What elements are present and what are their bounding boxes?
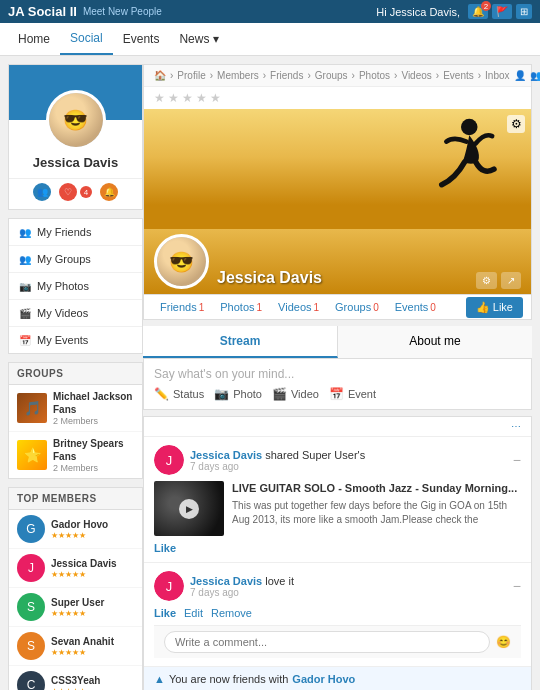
sidebar-menu: 👥 My Friends 👥 My Groups 📷 My Photos 🎬 M… [8,218,143,354]
grid-icon[interactable]: ⊞ [516,4,532,19]
post-edit-btn-2[interactable]: Edit [184,607,203,619]
profile-nav-friends[interactable]: Friends 1 [152,295,212,319]
post-love: J Jessica Davis love it 7 days ago − Lik… [144,563,531,667]
post-media-1: ▶ LIVE GUITAR SOLO - Smooth Jazz - Sunda… [154,481,521,536]
breadcrumb-events[interactable]: Events [443,70,474,81]
post-collapse-1[interactable]: − [513,452,521,468]
post-like-btn-2[interactable]: Like [154,607,176,619]
status-action-video[interactable]: 🎬 Video [272,387,319,401]
nav-news[interactable]: News ▾ [169,24,228,54]
status-action-event[interactable]: 📅 Event [329,387,376,401]
member-jessica: J Jessica Davis ★★★★★ [9,549,142,588]
post-title-1: LIVE GUITAR SOLO - Smooth Jazz - Sunday … [232,481,521,496]
header-add-icon[interactable]: 👥 [530,70,540,81]
group-info-bs: Britney Spears Fans 2 Members [53,437,134,473]
breadcrumb-profile[interactable]: Profile [177,70,205,81]
status-action-status[interactable]: ✏️ Status [154,387,204,401]
post-remove-btn-2[interactable]: Remove [211,607,252,619]
play-button-1[interactable]: ▶ [179,499,199,519]
sidebar-item-videos[interactable]: 🎬 My Videos [9,300,142,327]
breadcrumb-sep8: › [478,70,481,81]
nav-home[interactable]: Home [8,24,60,54]
like-button[interactable]: 👍 Like [466,297,523,318]
breadcrumb-videos[interactable]: Videos [401,70,431,81]
post-like-btn-1[interactable]: Like [154,542,176,554]
sidebar-events-label: My Events [37,334,88,346]
member-name-super[interactable]: Super User [51,596,104,609]
tab-stream[interactable]: Stream [143,326,338,358]
cover-silhouette [428,116,501,229]
status-actions: ✏️ Status 📷 Photo 🎬 Video 📅 Event [154,387,521,401]
sidebar-item-groups[interactable]: 👥 My Groups [9,246,142,273]
sidebar-item-events[interactable]: 📅 My Events [9,327,142,353]
notification-friend-link[interactable]: Gador Hovo [292,673,355,685]
profile-nav-photos[interactable]: Photos 1 [212,295,270,319]
group-item-mj[interactable]: 🎵 Michael Jackson Fans 2 Members [9,385,142,432]
breadcrumb-sep2: › [210,70,213,81]
video-label: Video [291,388,319,400]
breadcrumb-sep4: › [307,70,310,81]
groups-section-title: GROUPS [9,363,142,385]
post-avatar-2: J [154,571,184,601]
silhouette-svg [428,116,501,226]
profile-nav-left: Friends 1 Photos 1 Videos 1 Groups 0 Eve… [152,295,444,319]
cover-photo: ⚙ [144,109,531,229]
post-meta-2: Jessica Davis love it 7 days ago [190,575,294,598]
tab-about-me[interactable]: About me [338,326,532,358]
breadcrumb-home-icon[interactable]: 🏠 [154,70,166,81]
group-info-mj: Michael Jackson Fans 2 Members [53,390,134,426]
member-name-sevan[interactable]: Sevan Anahit [51,635,114,648]
breadcrumb-inbox[interactable]: Inbox [485,70,509,81]
bell-icon[interactable]: 🔔2 [468,4,488,19]
notification-text: You are now friends with [169,673,288,685]
sidebar-item-photos[interactable]: 📷 My Photos [9,273,142,300]
event-icon: 📅 [329,387,344,401]
nav-events[interactable]: Events [113,24,170,54]
post-collapse-2[interactable]: − [513,578,521,594]
sidebar-videos-label: My Videos [37,307,88,319]
member-name-gador[interactable]: Gador Hovo [51,518,108,531]
sidebar: 😎 Jessica Davis 👥 ♡ 4 🔔 👥 M [8,64,143,690]
sidebar-avatar-image: 😎 [49,93,103,147]
profile-nav-events[interactable]: Events 0 [387,295,444,319]
profile-settings-btn[interactable]: ⚙ [476,272,497,289]
status-action-photo[interactable]: 📷 Photo [214,387,262,401]
breadcrumb-members[interactable]: Members [217,70,259,81]
sidebar-item-friends[interactable]: 👥 My Friends [9,219,142,246]
cover-settings-icon[interactable]: ⚙ [507,115,525,133]
topbar-greeting: Hi Jessica Davis, [376,6,460,18]
group-item-bs[interactable]: ⭐ Britney Spears Fans 2 Members [9,432,142,478]
flag-icon[interactable]: 🚩 [492,4,512,19]
breadcrumb-friends[interactable]: Friends [270,70,303,81]
status-placeholder[interactable]: Say what's on your mind... [154,367,521,381]
profile-name-area: Jessica Davis [217,269,468,289]
comment-emoji-icon: 😊 [496,635,511,649]
member-stars-jessica: ★★★★★ [51,570,117,579]
star2: ★ [168,91,179,105]
notifs-icon: 🔔 [100,183,118,201]
post-author-2[interactable]: Jessica Davis [190,575,262,587]
comment-box-2: 😊 [154,625,521,658]
member-info-css3yeah: CSS3Yeah ★★★★★ [51,674,100,690]
svg-point-0 [461,119,477,135]
breadcrumb-groups[interactable]: Groups [315,70,348,81]
sidebar-friends-label: My Friends [37,226,91,238]
nav-social[interactable]: Social [60,23,113,55]
breadcrumb-photos[interactable]: Photos [359,70,390,81]
group-count-mj: 2 Members [53,416,134,426]
stream-more[interactable]: ⋯ [144,417,531,437]
member-name-jessica[interactable]: Jessica Davis [51,557,117,570]
post-author-1[interactable]: Jessica Davis [190,449,262,461]
profile-share-btn[interactable]: ↗ [501,272,521,289]
header-user-icon[interactable]: 👤 [514,70,526,81]
post-desc-1: This was put together few days before th… [232,499,521,527]
post-footer-2: Like Edit Remove [154,607,521,619]
profile-nav-groups[interactable]: Groups 0 [327,295,387,319]
star5: ★ [210,91,221,105]
member-name-css3yeah[interactable]: CSS3Yeah [51,674,100,687]
profile-main-avatar-img: 😎 [157,237,206,286]
breadcrumb-sep6: › [394,70,397,81]
member-sevan: S Sevan Anahit ★★★★★ [9,627,142,666]
profile-nav-videos[interactable]: Videos 1 [270,295,327,319]
comment-input-2[interactable] [164,631,490,653]
